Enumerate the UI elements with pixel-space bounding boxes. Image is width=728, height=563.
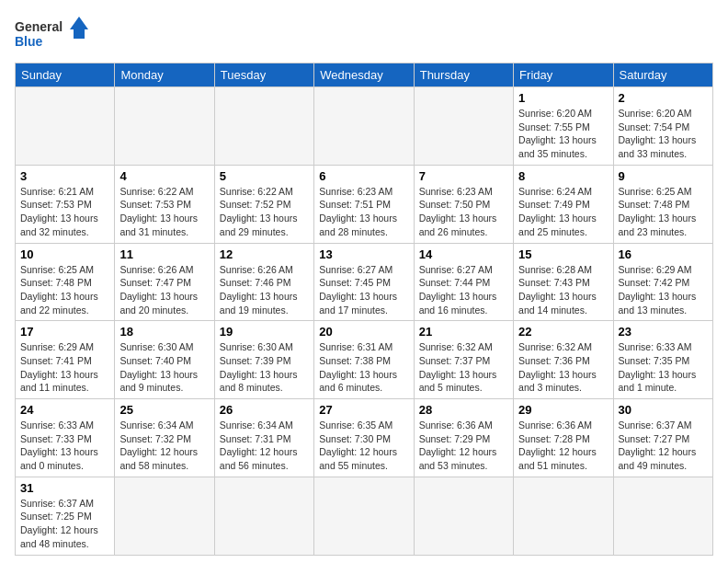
- day-number: 31: [20, 481, 109, 495]
- day-number: 26: [220, 403, 309, 417]
- calendar-cell: 30Sunrise: 6:37 AM Sunset: 7:27 PM Dayli…: [613, 399, 712, 477]
- day-info: Sunrise: 6:37 AM Sunset: 7:27 PM Dayligh…: [619, 419, 708, 473]
- calendar-cell: 12Sunrise: 6:26 AM Sunset: 7:46 PM Dayli…: [214, 243, 313, 321]
- header: General Blue: [15, 15, 713, 52]
- calendar-cell: 24Sunrise: 6:33 AM Sunset: 7:33 PM Dayli…: [16, 399, 115, 477]
- calendar-cell: [16, 87, 115, 166]
- calendar-cell: 23Sunrise: 6:33 AM Sunset: 7:35 PM Dayli…: [613, 321, 712, 399]
- calendar-cell: [514, 477, 613, 555]
- day-info: Sunrise: 6:26 AM Sunset: 7:47 PM Dayligh…: [119, 263, 209, 317]
- calendar-cell: 21Sunrise: 6:32 AM Sunset: 7:37 PM Dayli…: [414, 321, 513, 399]
- day-info: Sunrise: 6:28 AM Sunset: 7:43 PM Dayligh…: [518, 263, 608, 317]
- calendar-cell: 27Sunrise: 6:35 AM Sunset: 7:30 PM Dayli…: [314, 399, 414, 477]
- day-number: 30: [619, 403, 708, 417]
- day-info: Sunrise: 6:33 AM Sunset: 7:33 PM Dayligh…: [20, 419, 109, 473]
- day-number: 13: [319, 247, 408, 261]
- day-number: 12: [220, 247, 309, 261]
- day-number: 3: [20, 169, 109, 183]
- week-row-6: 31Sunrise: 6:37 AM Sunset: 7:25 PM Dayli…: [16, 477, 713, 555]
- day-number: 28: [419, 403, 508, 417]
- calendar-cell: [214, 477, 313, 555]
- day-number: 5: [220, 169, 309, 183]
- calendar-cell: [613, 477, 712, 555]
- calendar-cell: 2Sunrise: 6:20 AM Sunset: 7:54 PM Daylig…: [613, 87, 712, 166]
- logo-svg: General Blue: [15, 15, 88, 52]
- calendar-cell: 25Sunrise: 6:34 AM Sunset: 7:32 PM Dayli…: [115, 399, 214, 477]
- logo: General Blue: [15, 15, 88, 52]
- calendar-cell: 17Sunrise: 6:29 AM Sunset: 7:41 PM Dayli…: [16, 321, 115, 399]
- calendar-cell: 22Sunrise: 6:32 AM Sunset: 7:36 PM Dayli…: [514, 321, 613, 399]
- day-number: 22: [518, 325, 608, 339]
- calendar-cell: 28Sunrise: 6:36 AM Sunset: 7:29 PM Dayli…: [414, 399, 513, 477]
- calendar-cell: 19Sunrise: 6:30 AM Sunset: 7:39 PM Dayli…: [214, 321, 313, 399]
- svg-text:Blue: Blue: [15, 34, 43, 49]
- calendar-cell: 1Sunrise: 6:20 AM Sunset: 7:55 PM Daylig…: [514, 87, 613, 166]
- calendar-cell: 10Sunrise: 6:25 AM Sunset: 7:48 PM Dayli…: [16, 243, 115, 321]
- day-number: 4: [119, 169, 209, 183]
- day-info: Sunrise: 6:22 AM Sunset: 7:52 PM Dayligh…: [220, 185, 309, 239]
- svg-marker-2: [70, 17, 88, 39]
- day-info: Sunrise: 6:29 AM Sunset: 7:41 PM Dayligh…: [20, 340, 109, 395]
- calendar-cell: 5Sunrise: 6:22 AM Sunset: 7:52 PM Daylig…: [214, 165, 313, 243]
- calendar-cell: 7Sunrise: 6:23 AM Sunset: 7:50 PM Daylig…: [414, 165, 513, 243]
- day-number: 14: [419, 247, 508, 261]
- day-info: Sunrise: 6:20 AM Sunset: 7:54 PM Dayligh…: [619, 107, 708, 161]
- weekday-header-saturday: Saturday: [613, 63, 712, 87]
- day-number: 1: [518, 91, 608, 105]
- day-number: 11: [119, 247, 209, 261]
- day-info: Sunrise: 6:29 AM Sunset: 7:42 PM Dayligh…: [619, 263, 708, 317]
- calendar-cell: 4Sunrise: 6:22 AM Sunset: 7:53 PM Daylig…: [115, 165, 214, 243]
- calendar-cell: [314, 477, 414, 555]
- day-info: Sunrise: 6:34 AM Sunset: 7:31 PM Dayligh…: [220, 419, 309, 473]
- day-number: 10: [20, 247, 109, 261]
- day-number: 27: [319, 403, 408, 417]
- day-number: 6: [319, 169, 408, 183]
- day-number: 21: [419, 325, 508, 339]
- day-number: 9: [619, 169, 708, 183]
- day-number: 16: [619, 247, 708, 261]
- day-info: Sunrise: 6:25 AM Sunset: 7:48 PM Dayligh…: [619, 185, 708, 239]
- day-info: Sunrise: 6:25 AM Sunset: 7:48 PM Dayligh…: [20, 263, 109, 317]
- day-number: 24: [20, 403, 109, 417]
- svg-text:General: General: [15, 19, 63, 34]
- weekday-header-monday: Monday: [115, 63, 214, 87]
- weekday-header-wednesday: Wednesday: [314, 63, 414, 87]
- day-info: Sunrise: 6:27 AM Sunset: 7:44 PM Dayligh…: [419, 263, 508, 317]
- calendar-cell: [314, 87, 414, 166]
- weekday-header-sunday: Sunday: [16, 63, 115, 87]
- calendar-cell: 11Sunrise: 6:26 AM Sunset: 7:47 PM Dayli…: [115, 243, 214, 321]
- weekday-header-tuesday: Tuesday: [214, 63, 313, 87]
- calendar-cell: 14Sunrise: 6:27 AM Sunset: 7:44 PM Dayli…: [414, 243, 513, 321]
- calendar-cell: [414, 87, 513, 166]
- day-info: Sunrise: 6:22 AM Sunset: 7:53 PM Dayligh…: [119, 185, 209, 239]
- day-info: Sunrise: 6:23 AM Sunset: 7:51 PM Dayligh…: [319, 185, 408, 239]
- weekday-header-thursday: Thursday: [414, 63, 513, 87]
- week-row-5: 24Sunrise: 6:33 AM Sunset: 7:33 PM Dayli…: [16, 399, 713, 477]
- day-number: 7: [419, 169, 508, 183]
- day-info: Sunrise: 6:30 AM Sunset: 7:40 PM Dayligh…: [119, 340, 209, 395]
- week-row-3: 10Sunrise: 6:25 AM Sunset: 7:48 PM Dayli…: [16, 243, 713, 321]
- day-info: Sunrise: 6:24 AM Sunset: 7:49 PM Dayligh…: [518, 185, 608, 239]
- day-info: Sunrise: 6:36 AM Sunset: 7:29 PM Dayligh…: [419, 419, 508, 473]
- calendar-cell: [214, 87, 313, 166]
- day-number: 15: [518, 247, 608, 261]
- calendar-cell: 9Sunrise: 6:25 AM Sunset: 7:48 PM Daylig…: [613, 165, 712, 243]
- day-number: 25: [119, 403, 209, 417]
- day-number: 17: [20, 325, 109, 339]
- calendar-cell: 8Sunrise: 6:24 AM Sunset: 7:49 PM Daylig…: [514, 165, 613, 243]
- day-number: 29: [518, 403, 608, 417]
- day-info: Sunrise: 6:33 AM Sunset: 7:35 PM Dayligh…: [619, 340, 708, 395]
- day-info: Sunrise: 6:20 AM Sunset: 7:55 PM Dayligh…: [518, 107, 608, 161]
- calendar-cell: 15Sunrise: 6:28 AM Sunset: 7:43 PM Dayli…: [514, 243, 613, 321]
- day-number: 8: [518, 169, 608, 183]
- day-info: Sunrise: 6:32 AM Sunset: 7:37 PM Dayligh…: [419, 340, 508, 395]
- calendar: SundayMondayTuesdayWednesdayThursdayFrid…: [15, 63, 713, 556]
- day-info: Sunrise: 6:34 AM Sunset: 7:32 PM Dayligh…: [119, 419, 209, 473]
- day-info: Sunrise: 6:32 AM Sunset: 7:36 PM Dayligh…: [518, 340, 608, 395]
- calendar-cell: 31Sunrise: 6:37 AM Sunset: 7:25 PM Dayli…: [16, 477, 115, 555]
- day-number: 2: [619, 91, 708, 105]
- day-info: Sunrise: 6:21 AM Sunset: 7:53 PM Dayligh…: [20, 185, 109, 239]
- calendar-cell: [115, 87, 214, 166]
- day-info: Sunrise: 6:27 AM Sunset: 7:45 PM Dayligh…: [319, 263, 408, 317]
- day-info: Sunrise: 6:36 AM Sunset: 7:28 PM Dayligh…: [518, 419, 608, 473]
